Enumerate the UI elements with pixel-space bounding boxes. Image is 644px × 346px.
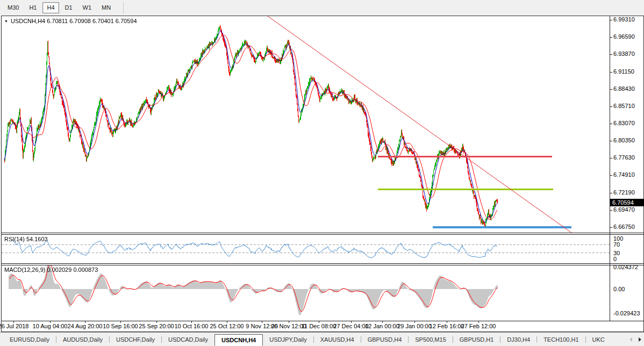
timeframe-button-m30[interactable]: M30 [3,2,23,13]
current-price-badge: 6.70594 [610,199,644,206]
time-axis-label: 10 Sep 16:00 [103,323,138,329]
tab-gbpusd-h4[interactable]: GBPUSD,H4 [361,334,409,345]
panel-splitter-macd[interactable] [2,263,643,265]
timeframe-button-d1[interactable]: D1 [61,2,77,13]
tab-usdcad-daily[interactable]: USDCAD,Daily [162,334,214,345]
timeframe-button-w1[interactable]: W1 [78,2,96,13]
time-axis-label: 12 Feb 16:00 [430,323,464,329]
rsi-label: RSI(14) 54.1603 [4,236,48,242]
macd-axis-label: 0.00 [613,286,625,292]
rsi-axis-label: 30 [613,250,620,256]
price-axis-tick [610,158,612,158]
tab-tech100-h1[interactable]: TECH100,H1 [537,334,585,345]
time-axis-label: 29 Jan 00:00 [397,323,432,329]
price-axis-tick [610,54,612,55]
tab-scroll-arrows [629,333,641,346]
price-axis-label: 6.96590 [613,33,635,40]
rsi-axis-label: 100 [613,235,623,242]
price-axis-label: 6.74910 [613,171,635,178]
time-axis-label: 12 Jan 00:00 [365,323,399,329]
tab-sp500-m15[interactable]: SP500,M15 [409,334,452,345]
time-axis-label: 24 Aug 20:00 [68,323,103,329]
price-axis-tick [610,20,612,20]
tab-xauusd-h4[interactable]: XAUUSD,H4 [314,334,361,345]
time-axis-label: 25 Sep 20:00 [139,323,174,329]
price-axis-tick [610,37,612,38]
macd-label: MACD(12,26,9) 0.002029 0.000873 [4,266,98,273]
chart-title: ▼ USDCNH,H4 6.70811 6.70908 6.70401 6.70… [4,18,137,24]
price-axis-label: 6.93870 [613,51,635,57]
toolbar-separator [123,2,124,14]
scroll-right-icon[interactable] [639,337,641,342]
chart-tab-bar: EURUSD,DailyAUDUSD,DailyUSDCHF,DailyUSDC… [0,332,644,346]
symbol-dropdown-icon[interactable]: ▼ [4,19,8,23]
price-axis-tick [610,175,612,176]
tab-gbpusd-h1[interactable]: GBPUSD,H1 [453,334,500,345]
time-axis-label: 10 Aug 04:00 [33,323,68,329]
tab-usdchf-daily[interactable]: USDCHF,Daily [110,334,161,345]
price-axis-tick [610,227,612,228]
macd-panel-canvas[interactable] [2,265,610,321]
price-axis-tick [610,72,612,73]
price-axis-label: 6.88430 [613,85,635,92]
timeframe-button-h4[interactable]: H4 [42,2,59,13]
time-axis-line [2,321,643,321]
price-axis-tick [610,193,612,193]
tab-dj30-h4[interactable]: DJ30,H4 [500,334,536,345]
price-axis-label: 6.83070 [613,120,635,126]
price-axis-line [610,16,610,321]
chart-tabs: EURUSD,DailyAUDUSD,DailyUSDCHF,DailyUSDC… [3,333,611,346]
time-axis-label: 11 Dec 08:00 [302,323,337,329]
timeframe-toolbar: M30H1H4D1W1MN [0,0,644,16]
price-axis-tick [610,89,612,90]
price-axis-tick [610,210,612,211]
main-chart-canvas[interactable] [2,16,610,233]
price-axis-label: 6.80350 [613,137,635,143]
price-axis-tick [610,106,612,107]
timeframe-buttons: M30H1H4D1W1MN [3,2,117,13]
tab-audusd-daily[interactable]: AUDUSD,Daily [56,334,109,345]
macd-axis-label: 0.024372 [613,264,638,270]
macd-axis-label: -0.029423 [613,310,640,316]
price-axis-label: 6.91150 [613,68,634,75]
price-axis-label: 6.66750 [613,224,635,230]
tab-usdcnh-h4[interactable]: USDCNH,H4 [214,334,263,346]
tab-usdjpy-daily[interactable]: USDJPY,Daily [263,334,313,345]
tab-eurusd-daily[interactable]: EURUSD,Daily [3,334,56,345]
price-axis-label: 6.85710 [613,103,635,109]
timeframe-button-h1[interactable]: H1 [25,2,41,13]
price-axis-label: 6.72190 [613,189,635,196]
rsi-panel-canvas[interactable] [2,235,610,263]
rsi-axis-label: 70 [613,241,620,248]
time-axis-label: 27 Dec 04:00 [333,323,368,329]
price-axis-tick [610,141,612,141]
chart-title-text: USDCNH,H4 6.70811 6.70908 6.70401 6.7059… [11,18,137,24]
price-axis-label: 6.69470 [613,206,635,213]
tab-ukc[interactable]: UKC [586,334,611,345]
price-axis-tick [610,124,612,124]
rsi-axis-label: 0 [613,256,617,262]
price-axis-label: 6.99310 [613,16,635,23]
price-axis-label: 6.77630 [613,154,635,161]
time-axis-label: 25 Oct 12:00 [210,323,244,329]
panel-splitter-rsi[interactable] [2,233,643,235]
scroll-left-icon[interactable] [629,337,632,342]
timeframe-button-mn[interactable]: MN [97,2,115,13]
mt4-window: M30H1H4D1W1MN ▼ USDCNH,H4 6.70811 6.7090… [0,0,644,346]
time-axis-label: 10 Oct 16:00 [175,323,209,329]
time-axis-label: 26 Jul 2018 [0,323,28,329]
time-axis-label: 27 Feb 12:00 [461,323,496,329]
